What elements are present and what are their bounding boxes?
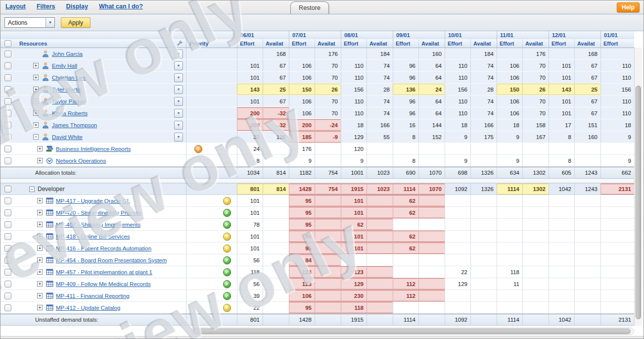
row-checkbox[interactable] [4,134,11,141]
help-button[interactable]: Help [617,2,640,12]
row-checkbox[interactable] [4,157,11,164]
row-checkbox[interactable] [4,292,11,299]
row-menu-button[interactable]: ▼ [174,97,183,106]
expand-toggle[interactable]: − [33,134,39,140]
row-checkbox[interactable] [4,233,11,240]
expand-toggle[interactable]: + [37,245,43,251]
effort-cell: 200 [289,119,315,131]
row-checkbox[interactable] [4,74,11,81]
vertical-scrollbar-thumb[interactable] [636,86,641,319]
effort-cell: 118 [237,266,263,278]
availability-header: Availat [418,39,445,48]
expand-toggle[interactable]: + [37,146,43,151]
toolbar-link-filters[interactable]: Filters [37,3,55,10]
row-checkbox[interactable] [4,257,11,264]
expand-toggle[interactable]: + [37,281,43,287]
availability-cell [522,314,549,325]
mp-416-patient-records-automation-link[interactable]: MP-416 - Patient Records Automation [56,245,151,251]
availability-cell: 176 [315,48,341,59]
effort-cell: 1092 [445,184,470,194]
availability-cell: 28 [470,84,497,95]
expand-toggle[interactable]: + [33,98,39,104]
expand-toggle[interactable]: − [29,187,35,192]
row-checkbox[interactable] [4,86,11,93]
availability-cell: 814 [263,167,289,178]
row-checkbox[interactable] [4,245,11,252]
row-checkbox[interactable] [4,145,11,152]
mp-417-upgrade-oracle-gl-link[interactable]: MP-417 - Upgrade Oracle GL [56,198,130,204]
expand-toggle[interactable]: + [37,269,43,275]
row-menu-button[interactable]: ▼ [174,121,183,130]
row-checkbox[interactable] [4,98,11,105]
john-garcia-link[interactable]: John Garcia [52,51,83,57]
row-menu-button[interactable]: ▼ [174,61,183,70]
row-checkbox[interactable] [4,186,11,193]
business-intelligence-reports-link[interactable]: Business Intelligence Reports [56,146,131,152]
tyler-martin-link[interactable]: Tyler Martin [52,87,82,93]
mp-407-shipping-improvements-link[interactable]: MP-407 - Shipping Improvements [56,222,140,228]
kayla-roberts-link[interactable]: Kayla Roberts [52,110,88,116]
horizontal-scrollbar-thumb[interactable] [192,329,631,334]
row-checkbox[interactable] [4,197,11,204]
mp-418-online-bill-services-link[interactable]: MP-418 - Online Bill Services [56,234,130,240]
effort-cell [600,278,634,290]
wrench-icon[interactable] [176,40,184,48]
row-checkbox[interactable] [4,122,11,129]
select-all-checkbox[interactable] [4,40,11,47]
mp-420-streamline-mfg-process-link[interactable]: MP-420 - Streamline Mfg Process [56,210,141,216]
expand-toggle[interactable]: + [37,198,43,203]
mp-457-pilot-implemantion-at-plant-1-link[interactable]: MP-457 - Pilot implemantion at plant 1 [56,269,152,275]
apply-button[interactable]: Apply [61,17,91,28]
david-white-link[interactable]: David White [52,134,83,140]
row-menu-button[interactable]: ▼ [174,133,183,142]
effort-cell: 1042 [549,184,574,194]
priority-cell [186,314,237,325]
restore-button[interactable]: Restore [290,1,329,14]
expand-toggle[interactable]: + [37,305,43,310]
mp-454-board-room-presentation-system-link[interactable]: MP-454 - Board Room Presentation System [56,257,167,263]
row-menu-button[interactable]: ▼ [174,49,183,58]
row-menu-button[interactable]: ▼ [174,85,183,94]
row-checkbox[interactable] [4,281,11,288]
taylor-parker-link[interactable]: Taylor Parker [52,98,86,104]
expand-toggle[interactable]: + [37,257,43,263]
actions-dropdown[interactable]: Actions ▼ [4,17,55,28]
toolbar-link-layout[interactable]: Layout [5,3,26,10]
effort-cell: 185 [289,131,315,143]
row-checkbox[interactable] [4,62,11,69]
network-operations-link[interactable]: Network Operations [56,158,106,164]
horizontal-scrollbar[interactable] [190,328,634,335]
expand-toggle[interactable]: + [33,75,39,80]
row-checkbox[interactable] [4,304,11,311]
expand-toggle[interactable]: + [37,158,43,163]
row-menu-button[interactable]: ▼ [174,109,183,118]
mp-409-follow-me-medical-records-link[interactable]: MP-409 - Follow Me Medical Records [56,281,151,287]
emily-hall-link[interactable]: Emily Hall [52,63,77,69]
expand-toggle[interactable]: + [37,210,43,215]
effort-cell: 95 [289,231,315,242]
row-checkbox[interactable] [4,50,11,57]
row-checkbox[interactable] [4,221,11,228]
expand-toggle[interactable]: + [37,234,43,239]
availability-cell [367,195,393,206]
row-checkbox[interactable] [4,209,11,216]
christian-lee-link[interactable]: Christian Lee [52,75,86,81]
expand-toggle[interactable]: + [37,222,43,227]
expand-toggle[interactable]: + [37,293,43,298]
expand-toggle[interactable]: + [33,87,39,92]
expand-toggle[interactable]: + [33,122,39,128]
row-menu-button[interactable]: ▼ [174,73,183,82]
effort-cell: 56 [237,278,263,290]
vertical-scrollbar[interactable] [634,48,642,326]
mp-411-financial-reporting-link[interactable]: MP-411 - Financial Reporting [56,293,130,299]
row-checkbox[interactable] [4,110,11,117]
james-thompson-link[interactable]: James Thompson [52,122,97,128]
availability-cell [470,254,497,266]
mp-412-update-catalog-link[interactable]: MP-412 - Update Catalog [56,305,120,311]
expand-toggle[interactable]: + [33,110,39,116]
effort-cell: 1428 [289,184,315,194]
toolbar-link-display[interactable]: Display [66,3,88,10]
toolbar-link-what-can-i-do[interactable]: What can I do? [99,3,143,10]
row-checkbox[interactable] [4,269,11,276]
expand-toggle[interactable]: + [33,63,39,68]
